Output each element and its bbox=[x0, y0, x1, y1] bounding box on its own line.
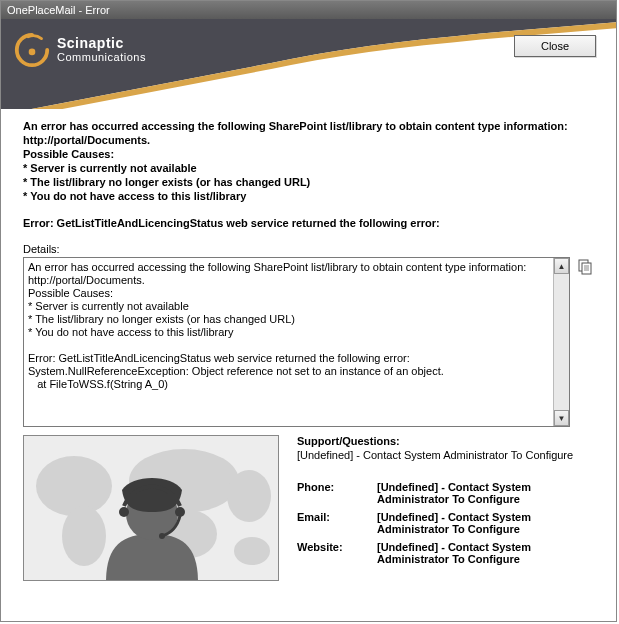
contact-row-phone: Phone: [Undefined] - Contact System Admi… bbox=[297, 481, 594, 505]
svg-point-12 bbox=[234, 537, 270, 565]
brand: Scinaptic Communications bbox=[13, 31, 146, 69]
support-sub: [Undefined] - Contact System Administrat… bbox=[297, 449, 594, 461]
svg-point-14 bbox=[119, 507, 129, 517]
contact-value-email: [Undefined] - Contact System Administrat… bbox=[377, 511, 594, 535]
contact-value-phone: [Undefined] - Contact System Administrat… bbox=[377, 481, 594, 505]
details-label: Details: bbox=[23, 243, 594, 255]
contact-label-website: Website: bbox=[297, 541, 377, 565]
header-area: Scinaptic Communications Close bbox=[1, 19, 616, 109]
support-image bbox=[23, 435, 279, 581]
svg-point-7 bbox=[36, 456, 112, 516]
svg-point-11 bbox=[227, 470, 271, 522]
scroll-track[interactable] bbox=[554, 274, 569, 410]
details-box[interactable]: An error has occurred accessing the foll… bbox=[23, 257, 570, 427]
scroll-up-icon[interactable]: ▲ bbox=[554, 258, 569, 274]
support-info: Support/Questions: [Undefined] - Contact… bbox=[297, 435, 594, 611]
svg-point-8 bbox=[62, 506, 106, 566]
details-scrollbar[interactable]: ▲ ▼ bbox=[553, 258, 569, 426]
scroll-down-icon[interactable]: ▼ bbox=[554, 410, 569, 426]
svg-point-0 bbox=[29, 49, 36, 56]
close-button[interactable]: Close bbox=[514, 35, 596, 57]
error-line: Error: GetListTitleAndLicencingStatus we… bbox=[23, 217, 594, 229]
details-text: An error has occurred accessing the foll… bbox=[24, 258, 553, 426]
error-dialog: OnePlaceMail - Error Scinaptic Communica… bbox=[0, 0, 617, 622]
error-summary: An error has occurred accessing the foll… bbox=[23, 119, 594, 203]
brand-line2: Communications bbox=[57, 50, 146, 64]
support-heading: Support/Questions: bbox=[297, 435, 594, 447]
contact-row-email: Email: [Undefined] - Contact System Admi… bbox=[297, 511, 594, 535]
content-area: An error has occurred accessing the foll… bbox=[1, 109, 616, 621]
brand-line1: Scinaptic bbox=[57, 36, 146, 50]
copy-button[interactable] bbox=[576, 257, 594, 279]
contact-table: Phone: [Undefined] - Contact System Admi… bbox=[297, 481, 594, 565]
brand-logo-icon bbox=[13, 31, 51, 69]
contact-label-email: Email: bbox=[297, 511, 377, 535]
svg-point-16 bbox=[159, 533, 165, 539]
contact-label-phone: Phone: bbox=[297, 481, 377, 505]
copy-icon bbox=[576, 259, 594, 277]
contact-value-website: [Undefined] - Contact System Administrat… bbox=[377, 541, 594, 565]
contact-row-website: Website: [Undefined] - Contact System Ad… bbox=[297, 541, 594, 565]
svg-point-15 bbox=[175, 507, 185, 517]
window-title: OnePlaceMail - Error bbox=[7, 4, 110, 16]
brand-text: Scinaptic Communications bbox=[57, 36, 146, 64]
titlebar[interactable]: OnePlaceMail - Error bbox=[1, 1, 616, 19]
